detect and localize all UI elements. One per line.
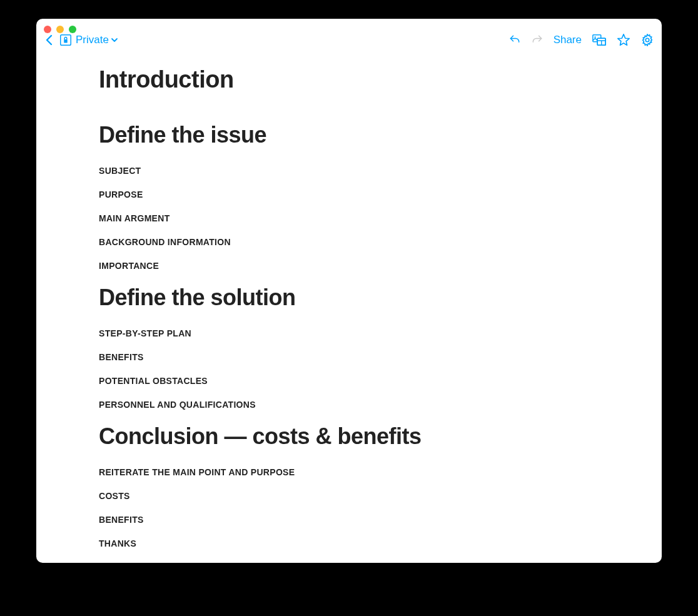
back-button[interactable] bbox=[44, 33, 55, 47]
list-item[interactable]: BENEFITS bbox=[99, 352, 599, 362]
list-item[interactable]: PURPOSE bbox=[99, 189, 599, 199]
window-controls bbox=[44, 26, 76, 33]
svg-marker-8 bbox=[618, 34, 629, 45]
svg-rect-1 bbox=[64, 39, 68, 43]
favorite-button[interactable] bbox=[617, 33, 630, 47]
list-item[interactable]: COSTS bbox=[99, 491, 599, 501]
list-item[interactable]: SUBJECT bbox=[99, 166, 599, 176]
heading-define-solution[interactable]: Define the solution bbox=[99, 285, 599, 311]
app-window: Private Share bbox=[36, 19, 662, 563]
chevron-down-icon bbox=[111, 36, 118, 44]
minimize-window-button[interactable] bbox=[56, 26, 64, 33]
settings-button[interactable] bbox=[640, 33, 654, 47]
list-item[interactable]: PERSONNEL AND QUALIFICATIONS bbox=[99, 400, 599, 410]
list-item[interactable]: BENEFITS bbox=[99, 515, 599, 525]
toolbar: Private Share bbox=[36, 19, 662, 50]
list-item[interactable]: CONTACT INFORMATION bbox=[99, 562, 599, 563]
zoom-window-button[interactable] bbox=[69, 26, 76, 33]
heading-introduction[interactable]: Introduction bbox=[99, 66, 599, 93]
list-item[interactable]: REITERATE THE MAIN POINT AND PURPOSE bbox=[99, 467, 599, 477]
list-item[interactable]: IMPORTANCE bbox=[99, 261, 599, 271]
redo-button[interactable] bbox=[531, 34, 544, 46]
undo-button[interactable] bbox=[508, 34, 521, 46]
close-window-button[interactable] bbox=[44, 26, 51, 33]
list-item[interactable]: BACKGROUND INFORMATION bbox=[99, 237, 599, 247]
heading-conclusion[interactable]: Conclusion — costs & benefits bbox=[99, 423, 599, 450]
list-item[interactable]: STEP-BY-STEP PLAN bbox=[99, 328, 599, 338]
insert-media-button[interactable] bbox=[592, 33, 607, 47]
svg-point-3 bbox=[594, 36, 595, 38]
privacy-dropdown[interactable]: Private bbox=[59, 33, 118, 47]
list-item[interactable]: POTENTIAL OBSTACLES bbox=[99, 376, 599, 386]
document-content[interactable]: Introduction Define the issue SUBJECT PU… bbox=[36, 50, 662, 563]
svg-point-9 bbox=[645, 38, 649, 42]
list-item[interactable]: THANKS bbox=[99, 538, 599, 548]
privacy-label: Private bbox=[76, 34, 109, 46]
list-item[interactable]: MAIN ARGMENT bbox=[99, 213, 599, 223]
heading-define-issue[interactable]: Define the issue bbox=[99, 122, 599, 148]
lock-icon bbox=[59, 33, 73, 47]
share-button[interactable]: Share bbox=[554, 34, 582, 46]
